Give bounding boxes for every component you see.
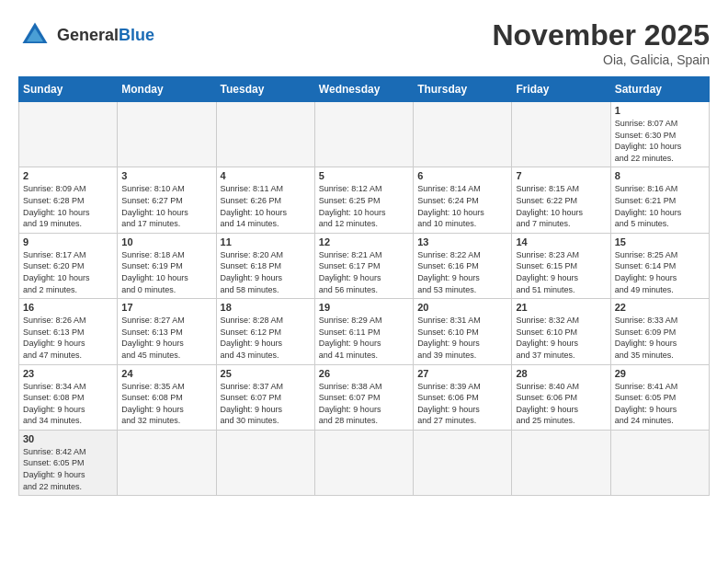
page-header: GeneralBlue November 2025 Oia, Galicia, …: [18, 18, 710, 67]
week-row-2: 2Sunrise: 8:09 AM Sunset: 6:28 PM Daylig…: [19, 167, 710, 233]
calendar-cell: [512, 102, 610, 167]
day-info: Sunrise: 8:07 AM Sunset: 6:30 PM Dayligh…: [615, 118, 705, 164]
calendar-cell: 19Sunrise: 8:29 AM Sunset: 6:11 PM Dayli…: [314, 299, 413, 364]
weekday-header-thursday: Thursday: [414, 77, 512, 102]
weekday-header-wednesday: Wednesday: [314, 77, 413, 102]
day-info: Sunrise: 8:09 AM Sunset: 6:28 PM Dayligh…: [23, 183, 113, 229]
calendar: SundayMondayTuesdayWednesdayThursdayFrid…: [18, 76, 710, 496]
day-info: Sunrise: 8:21 AM Sunset: 6:17 PM Dayligh…: [319, 249, 409, 295]
weekday-header-sunday: Sunday: [19, 77, 118, 102]
day-info: Sunrise: 8:35 AM Sunset: 6:08 PM Dayligh…: [121, 381, 211, 427]
calendar-cell: 27Sunrise: 8:39 AM Sunset: 6:06 PM Dayli…: [414, 364, 512, 430]
calendar-cell: [314, 430, 413, 495]
day-number: 11: [221, 236, 311, 247]
calendar-cell: 4Sunrise: 8:11 AM Sunset: 6:26 PM Daylig…: [216, 167, 314, 233]
day-number: 1: [615, 105, 705, 116]
calendar-cell: [118, 430, 216, 495]
day-number: 2: [23, 170, 113, 181]
day-info: Sunrise: 8:40 AM Sunset: 6:06 PM Dayligh…: [516, 381, 606, 427]
calendar-cell: 16Sunrise: 8:26 AM Sunset: 6:13 PM Dayli…: [19, 299, 118, 364]
calendar-cell: 17Sunrise: 8:27 AM Sunset: 6:13 PM Dayli…: [118, 299, 216, 364]
day-info: Sunrise: 8:18 AM Sunset: 6:19 PM Dayligh…: [121, 249, 211, 295]
calendar-cell: [610, 430, 709, 495]
week-row-6: 30Sunrise: 8:42 AM Sunset: 6:05 PM Dayli…: [19, 430, 710, 495]
day-info: Sunrise: 8:12 AM Sunset: 6:25 PM Dayligh…: [319, 183, 409, 229]
calendar-cell: [512, 430, 610, 495]
day-number: 14: [516, 236, 606, 247]
logo-icon: [18, 18, 51, 52]
calendar-cell: [118, 102, 216, 167]
day-number: 24: [121, 368, 211, 379]
day-number: 15: [615, 236, 705, 247]
weekday-header-friday: Friday: [512, 77, 610, 102]
calendar-cell: 6Sunrise: 8:14 AM Sunset: 6:24 PM Daylig…: [414, 167, 512, 233]
day-info: Sunrise: 8:22 AM Sunset: 6:16 PM Dayligh…: [417, 249, 507, 295]
day-number: 25: [221, 368, 311, 379]
day-info: Sunrise: 8:27 AM Sunset: 6:13 PM Dayligh…: [121, 315, 211, 361]
day-number: 6: [417, 170, 507, 181]
day-info: Sunrise: 8:23 AM Sunset: 6:15 PM Dayligh…: [516, 249, 606, 295]
day-number: 16: [23, 302, 113, 313]
week-row-4: 16Sunrise: 8:26 AM Sunset: 6:13 PM Dayli…: [19, 299, 710, 364]
day-info: Sunrise: 8:38 AM Sunset: 6:07 PM Dayligh…: [319, 381, 409, 427]
weekday-header-row: SundayMondayTuesdayWednesdayThursdayFrid…: [19, 77, 710, 102]
day-info: Sunrise: 8:29 AM Sunset: 6:11 PM Dayligh…: [319, 315, 409, 361]
calendar-cell: [19, 102, 118, 167]
calendar-cell: 7Sunrise: 8:15 AM Sunset: 6:22 PM Daylig…: [512, 167, 610, 233]
day-number: 13: [417, 236, 507, 247]
logo: GeneralBlue: [18, 18, 154, 52]
calendar-cell: 18Sunrise: 8:28 AM Sunset: 6:12 PM Dayli…: [216, 299, 314, 364]
title-block: November 2025 Oia, Galicia, Spain: [492, 18, 710, 67]
day-info: Sunrise: 8:16 AM Sunset: 6:21 PM Dayligh…: [615, 183, 705, 229]
day-info: Sunrise: 8:10 AM Sunset: 6:27 PM Dayligh…: [121, 183, 211, 229]
day-info: Sunrise: 8:25 AM Sunset: 6:14 PM Dayligh…: [615, 249, 705, 295]
weekday-header-saturday: Saturday: [610, 77, 709, 102]
calendar-cell: 22Sunrise: 8:33 AM Sunset: 6:09 PM Dayli…: [610, 299, 709, 364]
day-info: Sunrise: 8:39 AM Sunset: 6:06 PM Dayligh…: [417, 381, 507, 427]
day-number: 27: [417, 368, 507, 379]
calendar-cell: 30Sunrise: 8:42 AM Sunset: 6:05 PM Dayli…: [19, 430, 118, 495]
day-number: 5: [319, 170, 409, 181]
day-info: Sunrise: 8:42 AM Sunset: 6:05 PM Dayligh…: [23, 446, 113, 492]
week-row-3: 9Sunrise: 8:17 AM Sunset: 6:20 PM Daylig…: [19, 233, 710, 298]
calendar-cell: [414, 102, 512, 167]
logo-text: GeneralBlue: [57, 26, 154, 45]
day-number: 12: [319, 236, 409, 247]
day-info: Sunrise: 8:33 AM Sunset: 6:09 PM Dayligh…: [615, 315, 705, 361]
day-number: 3: [121, 170, 211, 181]
day-info: Sunrise: 8:31 AM Sunset: 6:10 PM Dayligh…: [417, 315, 507, 361]
calendar-cell: 3Sunrise: 8:10 AM Sunset: 6:27 PM Daylig…: [118, 167, 216, 233]
calendar-cell: 29Sunrise: 8:41 AM Sunset: 6:05 PM Dayli…: [610, 364, 709, 430]
calendar-cell: 5Sunrise: 8:12 AM Sunset: 6:25 PM Daylig…: [314, 167, 413, 233]
calendar-cell: 20Sunrise: 8:31 AM Sunset: 6:10 PM Dayli…: [414, 299, 512, 364]
calendar-cell: [414, 430, 512, 495]
day-info: Sunrise: 8:14 AM Sunset: 6:24 PM Dayligh…: [417, 183, 507, 229]
day-number: 19: [319, 302, 409, 313]
day-info: Sunrise: 8:26 AM Sunset: 6:13 PM Dayligh…: [23, 315, 113, 361]
calendar-cell: 8Sunrise: 8:16 AM Sunset: 6:21 PM Daylig…: [610, 167, 709, 233]
day-number: 18: [221, 302, 311, 313]
day-info: Sunrise: 8:20 AM Sunset: 6:18 PM Dayligh…: [221, 249, 311, 295]
calendar-cell: [314, 102, 413, 167]
day-info: Sunrise: 8:32 AM Sunset: 6:10 PM Dayligh…: [516, 315, 606, 361]
calendar-cell: [216, 102, 314, 167]
calendar-cell: 11Sunrise: 8:20 AM Sunset: 6:18 PM Dayli…: [216, 233, 314, 298]
day-number: 30: [23, 433, 113, 444]
calendar-cell: 28Sunrise: 8:40 AM Sunset: 6:06 PM Dayli…: [512, 364, 610, 430]
day-info: Sunrise: 8:15 AM Sunset: 6:22 PM Dayligh…: [516, 183, 606, 229]
day-info: Sunrise: 8:41 AM Sunset: 6:05 PM Dayligh…: [615, 381, 705, 427]
day-number: 21: [516, 302, 606, 313]
day-info: Sunrise: 8:11 AM Sunset: 6:26 PM Dayligh…: [221, 183, 311, 229]
weekday-header-monday: Monday: [118, 77, 216, 102]
calendar-cell: 24Sunrise: 8:35 AM Sunset: 6:08 PM Dayli…: [118, 364, 216, 430]
day-number: 26: [319, 368, 409, 379]
week-row-1: 1Sunrise: 8:07 AM Sunset: 6:30 PM Daylig…: [19, 102, 710, 167]
day-number: 28: [516, 368, 606, 379]
day-number: 7: [516, 170, 606, 181]
day-number: 23: [23, 368, 113, 379]
day-number: 8: [615, 170, 705, 181]
day-number: 10: [121, 236, 211, 247]
day-number: 22: [615, 302, 705, 313]
calendar-cell: 21Sunrise: 8:32 AM Sunset: 6:10 PM Dayli…: [512, 299, 610, 364]
calendar-cell: 25Sunrise: 8:37 AM Sunset: 6:07 PM Dayli…: [216, 364, 314, 430]
